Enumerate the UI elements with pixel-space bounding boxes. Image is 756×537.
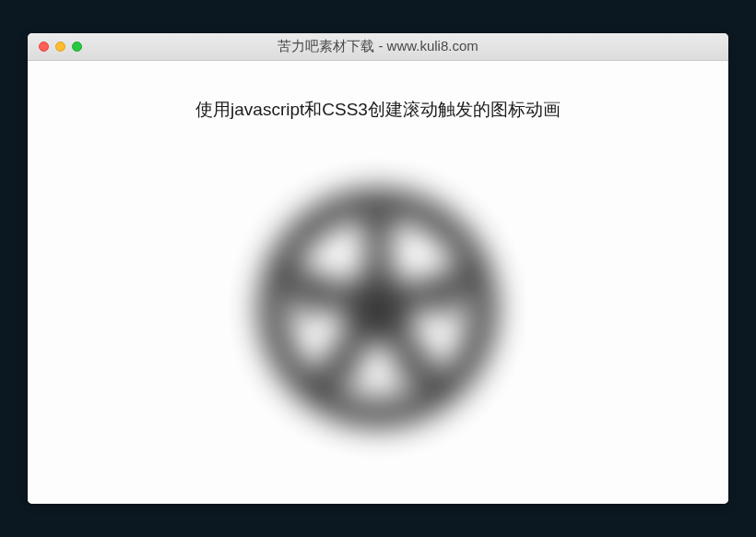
minimize-icon[interactable]: [55, 42, 65, 52]
soccer-ball-icon: [258, 188, 498, 428]
browser-window: 苦力吧素材下载 - www.kuli8.com 使用javascript和CSS…: [28, 33, 728, 504]
svg-line-6: [299, 281, 347, 298]
window-title: 苦力吧素材下载 - www.kuli8.com: [28, 38, 728, 55]
svg-line-3: [409, 281, 457, 298]
content-area: 使用javascript和CSS3创建滚动触发的图标动画: [28, 61, 728, 504]
page-heading: 使用javascript和CSS3创建滚动触发的图标动画: [195, 98, 561, 122]
titlebar: 苦力吧素材下载 - www.kuli8.com: [28, 33, 728, 61]
icon-container: [258, 149, 498, 504]
traffic-lights: [39, 42, 82, 52]
close-icon[interactable]: [39, 42, 49, 52]
maximize-icon[interactable]: [72, 42, 82, 52]
